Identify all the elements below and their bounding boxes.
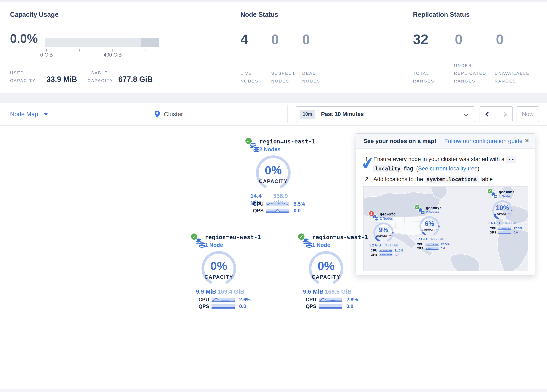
geo-label: geo=ams <box>499 190 514 194</box>
cpu-value: 12.3% <box>513 226 522 230</box>
gauge-values: 3.2 GiB 35.1 GiB <box>369 244 398 247</box>
gauge-values: 9.6 MiB 169.5 GiB <box>303 288 352 295</box>
axis-tick <box>112 48 113 52</box>
gauge-values: 3.6 GiB 34.4 GiB <box>488 221 517 225</box>
cpu-sparkline <box>319 297 342 302</box>
warning-count-badge: 1 <box>368 211 374 217</box>
used-value: 3.7 GiB <box>416 237 427 241</box>
cpu-sparkline <box>425 243 438 246</box>
usable-capacity-value: 677.8 GiB <box>118 75 153 84</box>
gauge-values: 9.9 MiB 169.4 GiB <box>196 288 244 295</box>
total-ranges-count: 32 <box>413 31 428 47</box>
qps-label: QPS <box>490 231 499 234</box>
cpu-metric-row: CPU 11.0% <box>371 248 403 252</box>
bottom-strip <box>0 389 547 392</box>
cpu-sparkline <box>212 297 235 302</box>
cpu-label: CPU <box>371 248 379 252</box>
caret-down-icon <box>44 113 48 116</box>
qps-metric-row: QPS 0.0 <box>198 303 246 309</box>
close-icon[interactable]: ✕ <box>524 137 530 144</box>
qps-sparkline <box>425 247 438 250</box>
region-label: region=eu-west-1 <box>205 234 261 241</box>
gauge-capacity-label: CAPACITY <box>198 274 239 280</box>
nodes-count-link[interactable]: 1 Node <box>312 242 330 248</box>
qps-metric-row: QPS 4.7 <box>371 253 399 256</box>
view-dropdown[interactable]: Node Map <box>10 103 48 125</box>
healthy-check-icon: ✓ <box>245 137 252 145</box>
total-ranges-label: TOTAL RANGES <box>413 69 440 85</box>
time-back-button[interactable] <box>480 107 496 122</box>
usable-capacity-label: USABLE CAPACITY <box>88 69 121 85</box>
cpu-label: CPU <box>306 297 319 303</box>
step-text: ) <box>478 165 479 172</box>
capacity-bar <box>45 38 159 47</box>
qps-sparkline <box>266 208 289 213</box>
healthy-check-icon: ✓ <box>487 188 493 194</box>
qps-sparkline <box>379 253 392 256</box>
code-span: system.locations <box>425 176 479 183</box>
step-text: flag. ( <box>402 165 418 172</box>
suspect-nodes-count: 0 <box>271 31 279 47</box>
gauge-values: 3.7 GiB 65.7 GiB <box>416 237 444 241</box>
now-button[interactable]: Now <box>516 106 539 122</box>
qps-label: QPS <box>417 247 425 250</box>
nodes-count-link[interactable]: 2 Nodes <box>259 146 280 153</box>
cpu-value: 5.5% <box>294 201 305 207</box>
setup-card-title: See your nodes on a map! <box>363 138 437 144</box>
breadcrumb[interactable]: Cluster <box>155 103 183 125</box>
cpu-metric-row: CPU 2.8% <box>306 297 358 303</box>
cpu-label: CPU <box>198 297 212 303</box>
locality-tree-link[interactable]: See current locality tree <box>418 165 478 172</box>
capacity-gauge: 0% CAPACITY <box>306 251 347 286</box>
gauge-percent: 0% <box>198 259 239 273</box>
healthy-check-icon: ✓ <box>190 233 198 241</box>
axis-tick <box>79 48 80 52</box>
qps-metric-row: QPS 0.0 <box>306 303 353 309</box>
cockroachdb-node-map-page: { "colors": { "accent_blue": "#3b7ae8", … <box>0 0 547 392</box>
time-range-select[interactable]: 10m Past 10 Minutes <box>296 106 475 122</box>
qps-metric-row: QPS 0.0 <box>417 247 445 250</box>
used-value: 9.9 MiB <box>196 288 216 295</box>
overview-panel: Capacity Usage 0.0% 0 GiB 400 GiB USED C… <box>0 2 547 93</box>
total-value: 169.4 GiB <box>218 288 244 295</box>
cpu-value: 2.8% <box>346 297 358 303</box>
capacity-gauge: 6% CAPACITY <box>417 215 442 237</box>
qps-value: 0.0 <box>239 303 246 309</box>
used-value: 9.6 MiB <box>303 288 324 295</box>
axis-tick <box>46 48 47 52</box>
cpu-sparkline <box>379 249 392 252</box>
qps-value: 0.0 <box>346 303 353 309</box>
cpu-metric-row: CPU 12.3% <box>490 226 522 230</box>
toolbar-divider <box>287 105 287 123</box>
qps-value: 0.0 <box>441 247 445 250</box>
replication-status-title: Replication Status <box>413 11 470 18</box>
cpu-sparkline <box>266 201 289 206</box>
cpu-metric-row: CPU 5.5% <box>253 201 305 207</box>
time-range-label: Past 10 Minutes <box>321 111 364 117</box>
gauge-capacity-label: CAPACITY <box>371 234 396 237</box>
node-map-setup-card: See your nodes on a map! Follow our conf… <box>356 133 535 275</box>
code-span: locality <box>373 165 402 172</box>
cpu-label: CPU <box>417 242 425 246</box>
geo-label: geo=sfo <box>380 212 396 216</box>
nodes-count-link[interactable]: 2 Nodes <box>380 217 393 220</box>
gauge-capacity-label: CAPACITY <box>490 212 515 215</box>
nodes-count-link[interactable]: 1 Node <box>205 242 223 248</box>
chevron-right-icon <box>502 112 507 117</box>
qps-label: QPS <box>253 208 266 213</box>
qps-label: QPS <box>198 303 212 309</box>
nodes-count-link[interactable]: 1 Node <box>499 194 510 198</box>
step-number: 2. <box>365 175 370 184</box>
gauge-percent: 10% <box>490 204 515 212</box>
time-forward-button[interactable] <box>496 107 513 122</box>
chevron-down-icon <box>464 112 468 116</box>
cpu-value: 2.6% <box>239 297 251 303</box>
toolbar: Node Map Cluster 10m Past 10 Minutes Now <box>0 103 547 126</box>
cpu-value: 42.5% <box>441 242 450 246</box>
axis-tick <box>145 48 146 52</box>
healthy-check-icon: ✓ <box>298 233 305 241</box>
world-map-preview: 1 geo=sfo 2 Nodes 9% CAPACITY 3.2 GiB 35… <box>363 186 528 271</box>
configuration-guide-link[interactable]: Follow our configuration guide <box>444 138 523 144</box>
dead-nodes-count: 0 <box>302 31 310 47</box>
nodes-count-link[interactable]: 2 Nodes <box>426 210 439 214</box>
